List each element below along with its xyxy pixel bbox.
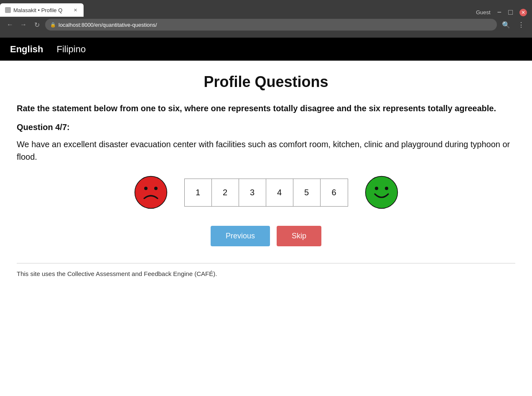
- lock-icon: 🔒: [50, 22, 56, 28]
- footer-divider: [17, 263, 515, 263]
- rating-row: 1 2 3 4 5 6: [17, 176, 515, 209]
- site-navigation: English Filipino: [0, 38, 532, 61]
- instructions-text: Rate the statement below from one to six…: [17, 102, 515, 114]
- svg-point-5: [385, 187, 388, 190]
- tab-favicon: [5, 7, 11, 13]
- page-title: Profile Questions: [17, 73, 515, 91]
- footer-text: This site uses the Collective Assessment…: [17, 270, 515, 277]
- sad-face-icon: [134, 176, 168, 209]
- window-user-label: Guest: [476, 9, 491, 15]
- skip-button[interactable]: Skip: [277, 226, 321, 246]
- minimize-button[interactable]: −: [497, 8, 502, 17]
- window-title-area: Guest − □ ✕: [476, 8, 532, 17]
- rating-button-2[interactable]: 2: [212, 179, 239, 206]
- tab-close-button[interactable]: ✕: [72, 7, 79, 13]
- browser-tab[interactable]: Malasakit • Profile Q ✕: [0, 3, 84, 17]
- rating-button-1[interactable]: 1: [185, 179, 212, 206]
- svg-point-3: [365, 176, 397, 209]
- menu-button[interactable]: ⋮: [515, 19, 527, 31]
- browser-chrome: Malasakit • Profile Q ✕ Guest − □ ✕ ← → …: [0, 0, 532, 38]
- question-text: We have an excellent disaster evacuation…: [17, 138, 515, 163]
- url-bar[interactable]: 🔒 localhost:8000/en/quantitative-questio…: [45, 19, 497, 31]
- rating-button-3[interactable]: 3: [239, 179, 266, 206]
- maximize-button[interactable]: □: [508, 8, 513, 17]
- reload-button[interactable]: ↻: [32, 20, 42, 30]
- rating-button-5[interactable]: 5: [293, 179, 321, 206]
- zoom-button[interactable]: 🔍: [500, 19, 512, 31]
- svg-point-4: [375, 187, 378, 190]
- main-content: Profile Questions Rate the statement bel…: [0, 61, 532, 396]
- url-text: localhost:8000/en/quantitative-questions…: [59, 22, 157, 28]
- rating-button-6[interactable]: 6: [321, 179, 348, 206]
- tab-title: Malasakit • Profile Q: [13, 7, 69, 13]
- question-label: Question 4/7:: [17, 123, 515, 132]
- forward-button[interactable]: →: [18, 20, 28, 30]
- svg-point-2: [154, 187, 158, 190]
- navigation-buttons: Previous Skip: [17, 226, 515, 246]
- svg-point-1: [144, 187, 148, 190]
- happy-face-icon: [365, 176, 398, 209]
- previous-button[interactable]: Previous: [211, 226, 270, 246]
- rating-button-4[interactable]: 4: [266, 179, 293, 206]
- nav-link-english[interactable]: English: [8, 41, 45, 58]
- rating-buttons-group: 1 2 3 4 5 6: [184, 179, 348, 207]
- close-button[interactable]: ✕: [519, 9, 527, 16]
- back-button[interactable]: ←: [5, 20, 15, 30]
- svg-point-0: [135, 176, 167, 209]
- address-bar: ← → ↻ 🔒 localhost:8000/en/quantitative-q…: [0, 17, 532, 33]
- nav-link-filipino[interactable]: Filipino: [55, 41, 87, 58]
